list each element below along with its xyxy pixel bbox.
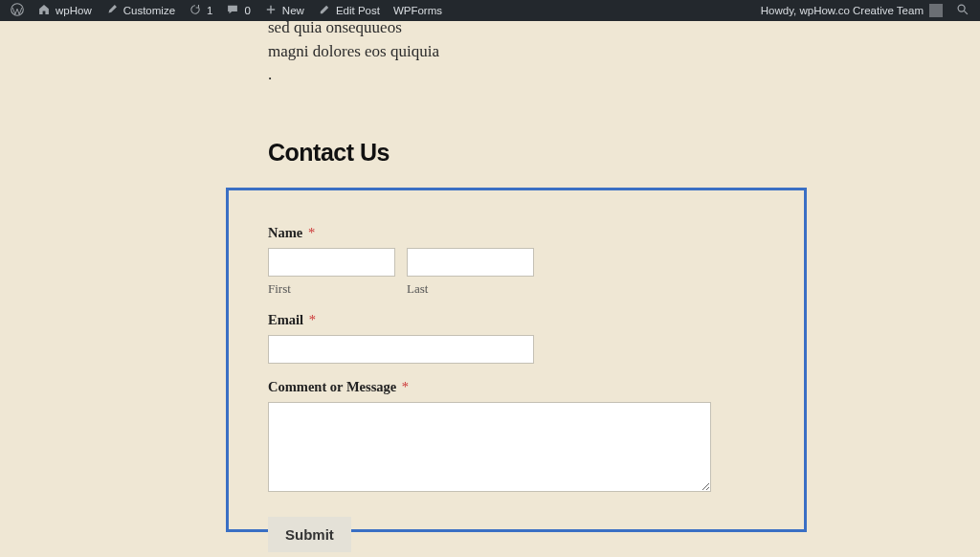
- page-heading: Contact Us: [268, 139, 390, 167]
- wp-logo-menu[interactable]: [4, 0, 31, 21]
- email-input[interactable]: [268, 335, 534, 364]
- required-mark: *: [309, 312, 316, 327]
- message-field: Comment or Message *: [268, 379, 752, 496]
- howdy-label: Howdy, wpHow.co Creative Team: [761, 5, 924, 16]
- search-menu[interactable]: [949, 0, 976, 21]
- last-sublabel: Last: [407, 281, 534, 297]
- site-name-menu[interactable]: wpHow: [31, 0, 99, 21]
- last-name-col: Last: [407, 248, 534, 297]
- email-field: Email *: [268, 312, 752, 364]
- search-icon: [956, 3, 969, 18]
- submit-button[interactable]: Submit: [268, 517, 351, 552]
- customize-label: Customize: [123, 5, 175, 16]
- comment-icon: [226, 3, 239, 18]
- body-excerpt: sed quia onsequueos magni dolores eos qu…: [268, 16, 440, 87]
- name-label-text: Name: [268, 225, 302, 240]
- first-name-input[interactable]: [268, 248, 395, 277]
- name-label: Name *: [268, 225, 752, 241]
- comments-count: 0: [244, 5, 250, 16]
- message-label: Comment or Message *: [268, 379, 752, 395]
- wp-admin-bar: wpHow Customize 1 0 New: [0, 0, 980, 21]
- brush-icon: [105, 3, 119, 18]
- contact-form-block: Name * First Last Email: [226, 188, 807, 532]
- customize-menu[interactable]: Customize: [99, 0, 182, 21]
- first-name-col: First: [268, 248, 395, 297]
- home-icon: [37, 3, 51, 18]
- message-textarea[interactable]: [268, 402, 711, 492]
- svg-point-1: [958, 5, 965, 11]
- name-row: First Last: [268, 248, 752, 297]
- required-mark: *: [308, 225, 315, 240]
- refresh-icon: [189, 3, 202, 18]
- edit-post-label: Edit Post: [336, 5, 380, 16]
- my-account-menu[interactable]: Howdy, wpHow.co Creative Team: [754, 0, 949, 21]
- required-mark: *: [402, 379, 409, 394]
- wordpress-icon: [11, 3, 24, 18]
- new-label: New: [282, 5, 304, 16]
- avatar: [929, 4, 943, 17]
- first-sublabel: First: [268, 281, 395, 297]
- wpforms-label: WPForms: [393, 5, 442, 16]
- contact-form: Name * First Last Email: [268, 225, 752, 552]
- admin-bar-right: Howdy, wpHow.co Creative Team: [754, 0, 976, 21]
- message-label-text: Comment or Message: [268, 379, 396, 394]
- email-label-text: Email: [268, 312, 303, 327]
- page-content: sed quia onsequueos magni dolores eos qu…: [0, 21, 980, 557]
- site-name-label: wpHow: [56, 5, 92, 16]
- name-field: Name * First Last: [268, 225, 752, 297]
- last-name-input[interactable]: [407, 248, 534, 277]
- email-label: Email *: [268, 312, 752, 328]
- updates-count: 1: [207, 5, 212, 16]
- updates-menu[interactable]: 1: [182, 0, 219, 21]
- comments-menu[interactable]: 0: [219, 0, 256, 21]
